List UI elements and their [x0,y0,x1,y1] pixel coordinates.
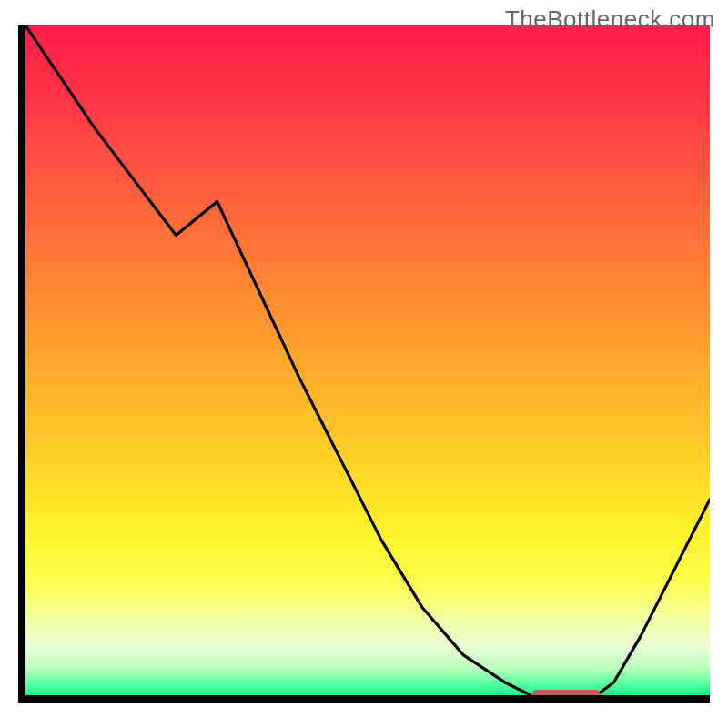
plot-area [25,25,710,703]
chart-frame: TheBottleneck.com [0,0,728,728]
x-axis [18,695,710,703]
watermark-text: TheBottleneck.com [505,5,715,34]
heat-gradient [25,25,710,703]
y-axis [18,25,25,703]
